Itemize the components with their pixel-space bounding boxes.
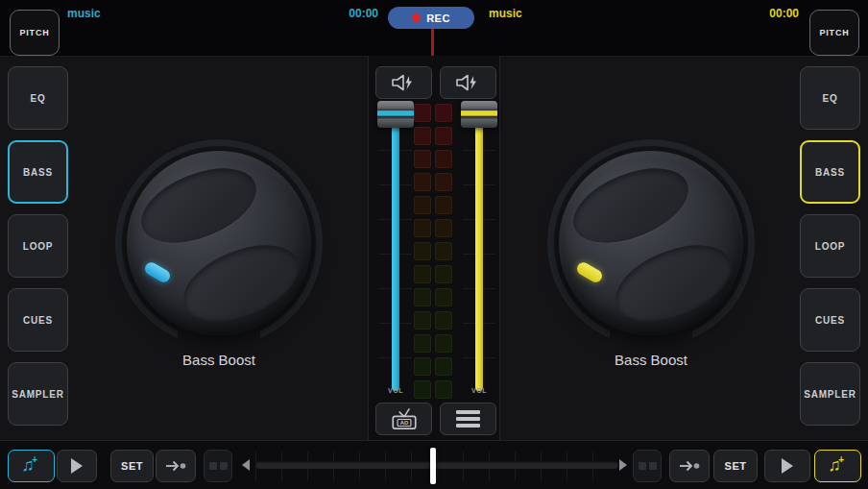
panel-left-item-loop[interactable]: LOOP	[8, 214, 68, 278]
play-icon	[781, 458, 794, 474]
vu-meter-row	[414, 173, 452, 191]
vu-meter-row	[414, 357, 452, 376]
deck-b-volume-fader[interactable]	[461, 101, 497, 128]
vu-meter-row	[414, 380, 452, 399]
pads-icon	[639, 462, 657, 470]
deck-a-bass-knob[interactable]	[115, 139, 323, 347]
vu-meter-row	[414, 104, 452, 122]
vu-meter-row	[414, 127, 452, 145]
panel-right-item-loop[interactable]: LOOP	[800, 214, 860, 278]
deck-b-play-button[interactable]	[764, 450, 810, 482]
arrow-to-dot-icon	[678, 458, 701, 474]
knob-position-indicator	[575, 260, 605, 284]
crossfader-track[interactable]	[255, 461, 618, 469]
deck-a-time: 00:00	[334, 7, 378, 20]
knob-position-indicator	[143, 260, 173, 284]
deck-a-volume-fader[interactable]	[377, 101, 414, 128]
deck-b-vol-label: VOL	[462, 387, 496, 394]
deck-a-volume-track[interactable]	[392, 115, 399, 391]
deck-b-knob-label: Bass Boost	[547, 352, 755, 368]
vu-meter-row	[414, 242, 452, 260]
deck-a-load-track-button[interactable]: ♫ +	[8, 450, 55, 482]
deck-b-load-track-button[interactable]: ♫ +	[814, 450, 861, 482]
panel-right-item-cues[interactable]: CUES	[800, 288, 860, 352]
ad-tv-icon: AD	[389, 407, 420, 430]
vu-meter-row	[414, 150, 452, 168]
right-effect-panel: EQBASSLOOPCUESSAMPLER	[800, 66, 860, 436]
record-button[interactable]: REC	[388, 7, 474, 29]
panel-left-item-cues[interactable]: CUES	[8, 288, 68, 352]
svg-text:AD: AD	[399, 420, 407, 426]
deck-a-pads-button[interactable]	[204, 450, 232, 482]
arrow-to-dot-icon	[164, 458, 187, 474]
deck-b-jump-to-cue-button[interactable]	[669, 450, 710, 482]
vu-meter-row	[414, 311, 452, 330]
deck-a-knob-label: Bass Boost	[115, 352, 323, 368]
pitch-button-left[interactable]: PITCH	[10, 10, 60, 56]
bottom-bar: ♫ + SET	[0, 440, 868, 489]
dj-mixer-app: PITCH music 00:00 REC music 00:00 PITCH …	[0, 0, 868, 489]
crossfader-left-arrow-icon	[242, 459, 250, 471]
deck-b-volume-track[interactable]	[475, 115, 483, 391]
vu-meter-row	[414, 265, 452, 283]
panel-right-item-eq[interactable]: EQ	[800, 66, 860, 130]
menu-button[interactable]	[440, 403, 496, 435]
pitch-button-right[interactable]: PITCH	[809, 10, 859, 56]
deck-b-time: 00:00	[757, 7, 799, 20]
ad-button[interactable]: AD	[375, 403, 432, 435]
vu-meter-row	[414, 288, 452, 306]
left-effect-panel: EQBASSLOOPCUESSAMPLER	[8, 66, 68, 436]
crossfader-handle[interactable]	[430, 448, 436, 484]
mixer-strip: VOL VOL AD	[368, 56, 500, 440]
hamburger-icon	[456, 410, 480, 428]
panel-right-item-bass[interactable]: BASS	[800, 140, 860, 204]
plus-icon: +	[32, 454, 37, 465]
deck-b-pads-button[interactable]	[633, 450, 662, 482]
panel-left-item-sampler[interactable]: SAMPLER	[8, 362, 68, 426]
crossfader-right-arrow-icon	[619, 459, 627, 471]
deck-a-jump-to-cue-button[interactable]	[156, 450, 196, 482]
knob-body	[127, 151, 311, 335]
panel-left-item-eq[interactable]: EQ	[8, 66, 68, 130]
vu-meter	[414, 104, 452, 403]
record-indicator-line	[431, 29, 434, 56]
deck-a-set-cue-button[interactable]: SET	[110, 450, 154, 482]
vu-meter-row	[414, 196, 452, 214]
deck-a-monitor-button[interactable]	[375, 66, 432, 99]
deck-b-bass-knob[interactable]	[547, 139, 755, 347]
speaker-flash-icon	[454, 74, 483, 91]
deck-b-monitor-button[interactable]	[440, 66, 496, 99]
record-dot-icon	[412, 13, 421, 22]
plus-icon: +	[838, 454, 844, 465]
top-bar: PITCH music 00:00 REC music 00:00 PITCH	[0, 0, 868, 57]
deck-a-play-button[interactable]	[57, 450, 97, 482]
panel-right-item-sampler[interactable]: SAMPLER	[800, 362, 860, 426]
knob-body	[559, 151, 743, 335]
vu-meter-row	[414, 334, 452, 353]
panel-left-item-bass[interactable]: BASS	[8, 140, 68, 204]
deck-a-vol-label: VOL	[378, 387, 413, 394]
pads-icon	[209, 462, 228, 470]
deck-b-set-cue-button[interactable]: SET	[713, 450, 758, 482]
record-label: REC	[426, 12, 450, 24]
vu-meter-row	[414, 219, 452, 237]
deck-b-track-title: music	[489, 7, 522, 20]
deck-a-track-title: music	[67, 7, 101, 20]
play-icon	[70, 458, 84, 474]
speaker-flash-icon	[390, 74, 419, 91]
